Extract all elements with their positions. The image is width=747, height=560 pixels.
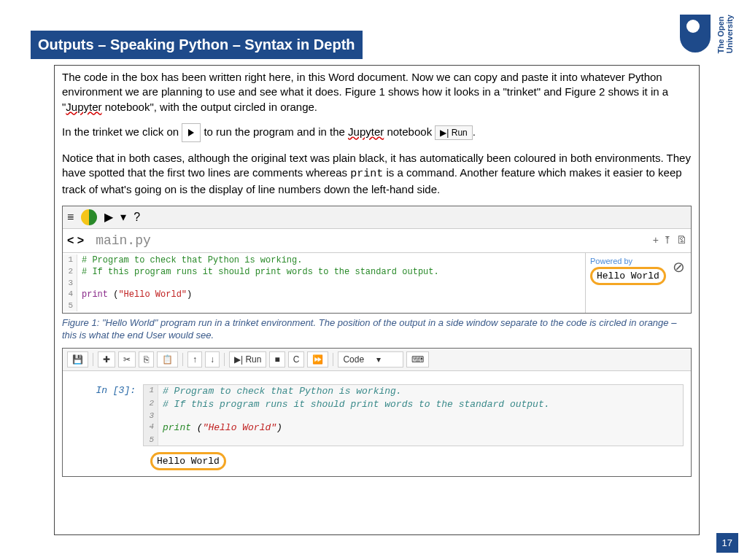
stop-button[interactable]: ■ xyxy=(269,351,285,368)
restart-button[interactable]: C xyxy=(288,351,305,368)
add-icon[interactable]: + xyxy=(653,233,659,247)
trinket-output-circled: Hello World xyxy=(590,267,666,286)
inline-code-print: print xyxy=(350,168,383,180)
stop-icon[interactable]: ⊘ xyxy=(673,257,685,277)
copy-button[interactable]: ⎘ xyxy=(139,351,154,368)
trinket-tab-row: < > main.py + ⤒ 🖻 xyxy=(63,229,691,253)
move-down-button[interactable]: ↓ xyxy=(205,351,220,368)
page-title: Outputs – Speaking Python – Syntax in De… xyxy=(31,31,363,59)
para-3: Notice that in both cases, although the … xyxy=(62,151,692,197)
trinket-code: 1# Program to check that Python is worki… xyxy=(63,253,585,313)
jupyter-output: Hello World xyxy=(150,452,684,471)
figure-1-caption: Figure 1: "Hello World" program run in a… xyxy=(62,317,692,342)
figure-1-trinket: ≡ ▶ ▾ ? < > main.py + ⤒ 🖻 1# Program to … xyxy=(62,206,692,314)
play-icon[interactable]: ▶ xyxy=(104,209,113,225)
jupyter-toolbar: 💾 ✚ ✂ ⎘ 📋 ↑ ↓ ▶| Run ■ C ⏩ Code ▾ ⌨ xyxy=(63,349,691,371)
cut-button[interactable]: ✂ xyxy=(118,351,136,368)
para-1: The code in the box has been written rig… xyxy=(62,70,692,114)
fast-forward-button[interactable]: ⏩ xyxy=(307,351,328,368)
trinket-toolbar: ≡ ▶ ▾ ? xyxy=(63,206,691,229)
move-up-button[interactable]: ↑ xyxy=(187,351,202,368)
upload-icon[interactable]: ⤒ xyxy=(663,233,672,247)
dropdown-icon[interactable]: ▾ xyxy=(120,209,126,225)
save-button[interactable]: 💾 xyxy=(67,351,88,368)
image-icon[interactable]: 🖻 xyxy=(676,233,686,247)
play-icon xyxy=(182,123,201,142)
jupyter-body: In [3]: 1# Program to check that Python … xyxy=(63,371,691,476)
filename-tab[interactable]: main.py xyxy=(90,230,157,251)
shield-icon xyxy=(680,15,711,52)
jupyter-code-cell[interactable]: 1# Program to check that Python is worki… xyxy=(143,384,684,446)
paste-button[interactable]: 📋 xyxy=(157,351,178,368)
trinket-logo-icon xyxy=(81,209,97,225)
input-prompt: In [3]: xyxy=(77,384,143,397)
add-cell-button[interactable]: ✚ xyxy=(98,351,115,368)
para-2: In the trinket we click on to run the pr… xyxy=(62,123,692,142)
nav-arrows[interactable]: < > xyxy=(67,233,84,249)
spellcheck-jupyter-2: Jupyter xyxy=(348,125,384,138)
menu-icon[interactable]: ≡ xyxy=(67,209,74,225)
ou-logo: The OpenUniversity xyxy=(680,15,734,53)
run-button[interactable]: ▶| Run xyxy=(229,351,266,368)
trinket-output-pane: Powered by Hello World ⊘ xyxy=(585,253,691,313)
page-number: 17 xyxy=(716,533,738,553)
figure-2-jupyter: 💾 ✚ ✂ ⎘ 📋 ↑ ↓ ▶| Run ■ C ⏩ Code ▾ ⌨ In [… xyxy=(62,348,692,477)
cell-type-select[interactable]: Code ▾ xyxy=(338,351,403,368)
jupyter-output-circled: Hello World xyxy=(150,452,226,471)
spellcheck-jupyter: Jupyter xyxy=(66,101,101,113)
logo-text: The OpenUniversity xyxy=(716,15,734,53)
help-icon[interactable]: ? xyxy=(133,209,140,225)
keyboard-button[interactable]: ⌨ xyxy=(406,351,429,368)
run-button-inline: ▶| Run xyxy=(435,125,472,140)
document-body: The code in the box has been written rig… xyxy=(54,65,700,535)
